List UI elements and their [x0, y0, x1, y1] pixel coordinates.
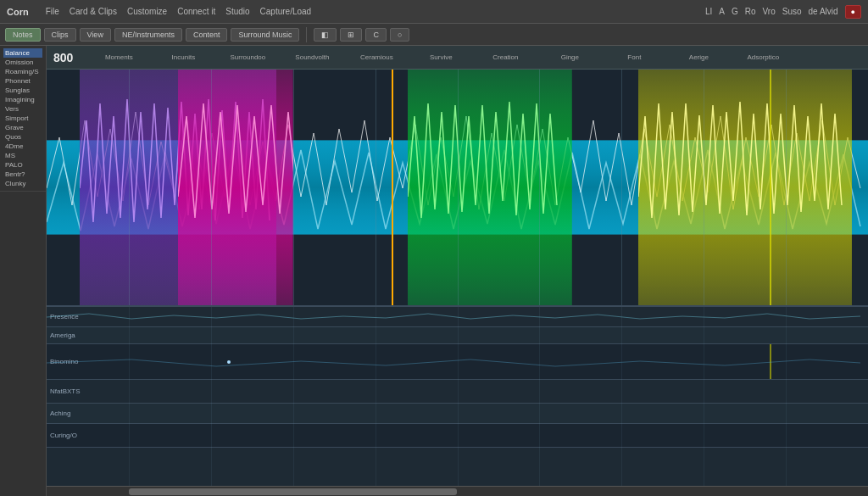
toolbar-notes[interactable]: Notes	[5, 28, 41, 42]
sidebar: Balance Omission Roaming/S Phonnet Sungl…	[0, 46, 47, 496]
toolbar-clips[interactable]: Clips	[44, 28, 76, 42]
sidebar-item-palo[interactable]: PALO	[3, 160, 42, 170]
green-waveform	[408, 70, 572, 305]
sidebar-item-imagining[interactable]: Imagining	[3, 95, 42, 104]
ctrl-a[interactable]: A	[719, 7, 725, 16]
gridline-3	[293, 70, 294, 305]
menu-card-clips[interactable]: Card & Clips	[70, 7, 117, 16]
col-soundvolth: Soundvolth	[287, 53, 337, 61]
marker-yellow	[770, 70, 771, 305]
track-label-aching: Aching	[50, 410, 70, 417]
sidebar-item-roaming[interactable]: Roaming/S	[3, 67, 42, 76]
col-moments: Moments	[93, 53, 144, 61]
waveform-segment-magenta	[178, 70, 293, 305]
record-button[interactable]: ●	[845, 5, 861, 19]
lower-gridline-9	[786, 307, 787, 486]
track-header: 800 Moments Incunits Surroundoo Soundvol…	[47, 46, 868, 70]
sidebar-item-grave[interactable]: Grave	[3, 123, 42, 132]
col-adsorptico: Adsorptico	[737, 53, 788, 61]
toolbar-icon4[interactable]: ○	[390, 28, 409, 42]
lower-gridline-1	[129, 307, 130, 486]
track-area: 800 Moments Incunits Surroundoo Soundvol…	[47, 46, 868, 496]
col-ginge: Ginge	[544, 53, 595, 61]
menu-capture[interactable]: Capture/Load	[260, 7, 312, 16]
col-aerige: Aerige	[673, 53, 724, 61]
lower-gridline-4	[376, 307, 376, 486]
gridline-8	[704, 70, 704, 305]
col-survive: Survive	[415, 53, 466, 61]
toolbar-icon1[interactable]: ◧	[314, 28, 337, 42]
toolbar-separator	[306, 27, 307, 42]
svg-rect-3	[408, 70, 572, 305]
toolbar: Notes Clips View NE/Instruments Content …	[0, 24, 868, 46]
sidebar-item-omission[interactable]: Omission	[3, 58, 42, 67]
main-area: Balance Omission Roaming/S Phonnet Sungl…	[0, 46, 868, 496]
sidebar-item-bentr[interactable]: Bentr?	[3, 170, 42, 179]
gridline-6	[539, 70, 540, 305]
lower-gridline-5	[458, 307, 459, 486]
sidebar-item-balance[interactable]: Balance	[3, 48, 42, 58]
track-label-ameriga: Ameriga	[50, 332, 75, 339]
toolbar-instruments[interactable]: NE/Instruments	[114, 28, 182, 42]
gridline-2	[211, 70, 212, 305]
col-creation: Creation	[480, 53, 531, 61]
magenta-waveform	[178, 70, 293, 305]
gridline-9	[786, 70, 787, 305]
lower-gridline-2	[211, 307, 212, 486]
sidebar-section: Balance Omission Roaming/S Phonnet Sungl…	[0, 46, 46, 192]
lower-gridline-7	[621, 307, 622, 486]
waveform-segment-green	[408, 70, 572, 305]
track-time: 800	[53, 51, 73, 64]
ctrl-ro[interactable]: Ro	[745, 7, 756, 16]
ctrl-li[interactable]: LI	[705, 7, 712, 16]
gridline-1	[129, 70, 130, 305]
col-ceramious: Ceramious	[351, 53, 402, 61]
menu-studio[interactable]: Studio	[225, 7, 249, 16]
ctrl-alvid[interactable]: de Alvid	[809, 7, 838, 16]
gridline-7	[621, 70, 622, 305]
sidebar-item-vers[interactable]: Vers	[3, 104, 42, 114]
title-bar: Corn File Card & Clips Customize Connect…	[0, 0, 868, 24]
toolbar-icon3[interactable]: C	[365, 28, 387, 42]
gridline-5	[458, 70, 459, 305]
playhead	[392, 70, 393, 305]
sidebar-item-ms[interactable]: MS	[3, 151, 42, 160]
toolbar-surround[interactable]: Surround Music	[231, 28, 299, 42]
waveform-upper[interactable]: /* rendered via inline style */	[47, 70, 868, 307]
app-title: Corn	[7, 7, 29, 17]
sidebar-item-phonnet[interactable]: Phonnet	[3, 76, 42, 86]
scrollbar-thumb[interactable]	[129, 488, 458, 495]
waveform-lower[interactable]: Presence Ameriga Binomino	[47, 307, 868, 486]
ctrl-vro[interactable]: Vro	[763, 7, 776, 16]
sidebar-item-clunky[interactable]: Clunky	[3, 179, 42, 188]
sidebar-item-quos[interactable]: Quos	[3, 132, 42, 142]
lower-gridline-3	[293, 307, 294, 486]
sidebar-item-simport[interactable]: Simport	[3, 114, 42, 123]
waveform-segment-yellow	[638, 70, 852, 305]
lower-gridline-8	[704, 307, 704, 486]
track-label-curingo: Curing/O	[50, 432, 77, 439]
lower-gridline-6	[539, 307, 540, 486]
col-font: Font	[609, 53, 659, 61]
menu-connect[interactable]: Connect it	[177, 7, 215, 16]
waveform-container: /* rendered via inline style */	[47, 70, 868, 496]
ctrl-g[interactable]: G	[732, 7, 738, 16]
toolbar-icon2[interactable]: ⊞	[340, 28, 362, 42]
sidebar-item-sunglas[interactable]: Sunglas	[3, 86, 42, 95]
right-controls: LI A G Ro Vro Suso de Alvid ●	[705, 5, 861, 19]
track-label-nfatbxts: NfatBXTS	[50, 387, 81, 395]
sidebar-item-4dme[interactable]: 4Dme	[3, 142, 42, 151]
col-incunits: Incunits	[158, 53, 209, 61]
menu-customize[interactable]: Customize	[127, 7, 167, 16]
yellow-waveform	[638, 70, 852, 305]
menu-file[interactable]: File	[46, 7, 59, 16]
menu-bar: File Card & Clips Customize Connect it S…	[46, 7, 705, 16]
toolbar-content[interactable]: Content	[186, 28, 228, 42]
toolbar-view[interactable]: View	[80, 28, 111, 42]
col-surroundoo: Surroundoo	[222, 53, 273, 61]
h-scrollbar[interactable]	[47, 486, 868, 496]
svg-rect-2	[178, 70, 293, 305]
ctrl-suso[interactable]: Suso	[782, 7, 802, 16]
gridline-4	[376, 70, 376, 305]
